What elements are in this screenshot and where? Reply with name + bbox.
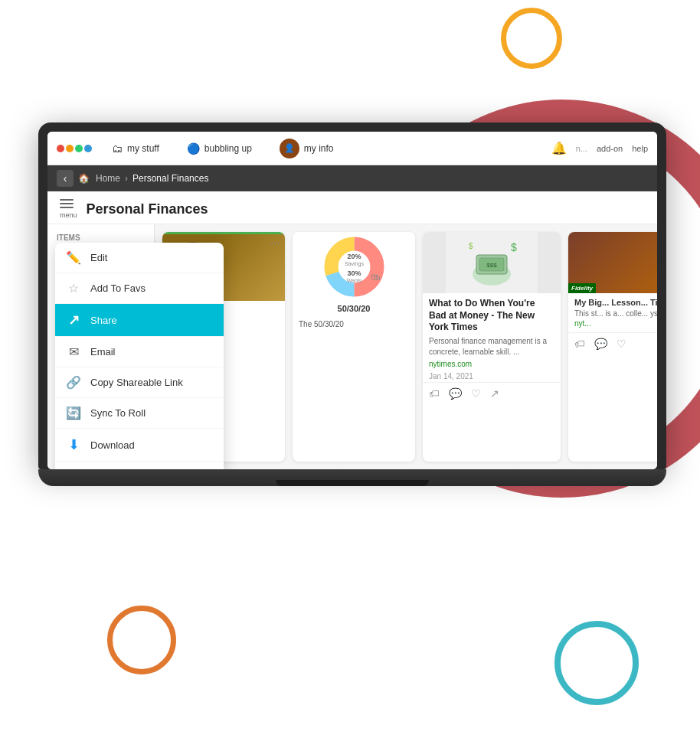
bubbling-up-icon: 🔵 — [187, 142, 200, 155]
menu-item-copy-label: Copy Shareable Link — [90, 377, 183, 388]
decorative-circle-orange-bottom — [107, 606, 176, 674]
nav-notifications-label: n... — [576, 144, 587, 153]
card-nyt: $$$ $ $ What to Do When You're Bad at Mo… — [423, 232, 561, 462]
fidelity-logo: Fidelity — [568, 283, 596, 293]
svg-text:Wants: Wants — [346, 278, 361, 283]
heart-icon[interactable]: ♡ — [471, 387, 481, 400]
my-stuff-icon: 🗂 — [112, 142, 123, 155]
svg-text:30%: 30% — [347, 269, 361, 277]
menu-item-favs-label: Add To Favs — [90, 282, 146, 294]
top-nav: 🗂 my stuff 🔵 bubbling up 👤 my info 🔔 n..… — [47, 132, 657, 165]
svg-text:$: $ — [469, 242, 473, 250]
card-nyt-actions: 🏷 💬 ♡ ↗ — [423, 382, 561, 404]
logo-dot-green — [75, 145, 83, 152]
menu-item-share-label: Share — [90, 315, 117, 326]
logo-dot-orange — [66, 145, 74, 152]
addon-label[interactable]: add-on — [597, 144, 623, 153]
breadcrumb-bar: ‹ 🏠 Home › Personal Finances — [47, 165, 657, 191]
card-partial-desc: This st... is a... colle... ys abo... — [574, 309, 657, 318]
notification-icon[interactable]: 🔔 — [551, 141, 567, 155]
card-budget-image: 20% Savings 30% Wants 🛍 — [293, 232, 415, 301]
card-budget: 20% Savings 30% Wants 🛍 50/30/20 — [293, 232, 415, 462]
share-icon[interactable]: ↗ — [490, 387, 499, 400]
svg-text:$$$: $$$ — [486, 262, 497, 269]
tab-bubbling-up-label: bubbling up — [204, 143, 252, 154]
menu-item-sync[interactable]: 🔄 Sync To Roll — [55, 398, 224, 429]
card-budget-subtitle: The 50/30/20 — [299, 319, 409, 330]
home-icon: 🏠 — [78, 173, 90, 184]
menu-item-copy-link[interactable]: 🔗 Copy Shareable Link — [55, 367, 224, 398]
copy-link-icon: 🔗 — [66, 375, 81, 390]
laptop: 🗂 my stuff 🔵 bubbling up 👤 my info 🔔 n..… — [38, 122, 666, 486]
menu-line-2 — [60, 203, 74, 204]
menu-item-email-label: Email — [90, 346, 116, 358]
user-avatar: 👤 — [280, 139, 299, 158]
budget-donut-chart: 20% Savings 30% Wants 🛍 — [322, 234, 387, 299]
menu-item-edit[interactable]: ✏️ Edit — [55, 243, 224, 273]
decorative-circle-teal-bottom — [554, 621, 639, 705]
svg-text:20%: 20% — [347, 253, 361, 260]
breadcrumb-separator: › — [125, 173, 128, 184]
card-partial-tag-icon[interactable]: 🏷 — [574, 338, 585, 350]
svg-text:🛍: 🛍 — [371, 272, 380, 282]
card-partial-content: My Big... Lesson... Times... This st... … — [568, 293, 657, 332]
breadcrumb-back-button[interactable]: ‹ — [57, 170, 74, 187]
tab-my-stuff-label: my stuff — [127, 143, 159, 154]
tab-my-info[interactable]: 👤 my info — [272, 136, 342, 162]
menu-item-share[interactable]: ↗ Share — [55, 304, 224, 337]
back-arrow-icon: ‹ — [64, 172, 67, 184]
app-ui: 🗂 my stuff 🔵 bubbling up 👤 my info 🔔 n..… — [47, 132, 657, 469]
email-icon: ✉ — [66, 344, 81, 359]
tab-my-stuff[interactable]: 🗂 my stuff — [104, 139, 167, 158]
card-nyt-image: $$$ $ $ — [423, 232, 561, 293]
menu-item-edit-label: Edit — [90, 252, 107, 263]
logo-dot-red — [57, 145, 64, 152]
content-area: Items ··· Mo... Jan 1... — [47, 224, 657, 469]
tab-bubbling-up[interactable]: 🔵 bubbling up — [179, 139, 260, 158]
menu-item-move-to[interactable]: ✢ Move To ▶ — [55, 462, 224, 469]
menu-label: menu — [60, 211, 77, 219]
context-menu: ✏️ Edit ☆ Add To Favs ↗ Share ✉ — [55, 243, 224, 469]
fav-icon: ☆ — [66, 281, 81, 296]
card-nyt-link[interactable]: nytimes.com — [423, 358, 561, 371]
card-partial-comment-icon[interactable]: 💬 — [594, 338, 607, 350]
tab-my-info-label: my info — [304, 143, 334, 154]
card-partial: Fidelity My Big... Lesson... Times... Th… — [568, 232, 657, 462]
card-more-button[interactable]: ··· — [270, 237, 280, 250]
menu-button[interactable]: menu — [60, 199, 77, 219]
menu-item-email[interactable]: ✉ Email — [55, 337, 224, 367]
menu-item-add-to-favs[interactable]: ☆ Add To Favs — [55, 273, 224, 304]
menu-line-1 — [60, 199, 74, 201]
page-title: Personal Finances — [87, 201, 208, 217]
share-icon: ↗ — [66, 312, 81, 328]
card-budget-content: The 50/30/20 — [293, 316, 415, 335]
card-nyt-title: What to Do When You're Bad at Money - Th… — [423, 293, 561, 336]
nav-right: 🔔 n... add-on help — [551, 141, 648, 155]
card-partial-title: My Big... Lesson... Times... — [574, 298, 657, 307]
card-nyt-date: Jan 14, 2021 — [423, 371, 561, 382]
tag-icon[interactable]: 🏷 — [429, 387, 440, 400]
menu-item-download[interactable]: ⬇ Download — [55, 429, 224, 462]
sync-icon: 🔄 — [66, 406, 81, 420]
card-nyt-description: Personal finance management is a concret… — [423, 336, 561, 358]
logo-area — [57, 145, 92, 152]
card-partial-heart-icon[interactable]: ♡ — [617, 338, 626, 350]
nyt-illustration: $$$ $ $ — [446, 232, 538, 293]
menu-item-sync-label: Sync To Roll — [90, 407, 146, 419]
laptop-base — [38, 469, 666, 486]
breadcrumb-current: Personal Finances — [132, 173, 208, 184]
breadcrumb-home[interactable]: Home — [96, 173, 120, 184]
edit-icon: ✏️ — [66, 250, 81, 265]
logo-dot-blue — [84, 145, 92, 152]
cards-area: ··· Mo... Jan 1... — [155, 224, 657, 469]
card-budget-title: 50/30/20 — [293, 301, 415, 316]
svg-text:Savings: Savings — [345, 261, 364, 267]
comment-icon[interactable]: 💬 — [449, 387, 462, 400]
menu-line-3 — [60, 207, 74, 208]
laptop-screen: 🗂 my stuff 🔵 bubbling up 👤 my info 🔔 n..… — [47, 132, 657, 469]
card-partial-link: nyt... — [574, 319, 657, 328]
svg-text:$: $ — [511, 241, 517, 253]
help-label[interactable]: help — [632, 144, 648, 153]
decorative-circle-orange-top — [501, 8, 562, 69]
card-partial-actions: 🏷 💬 ♡ — [568, 332, 657, 354]
